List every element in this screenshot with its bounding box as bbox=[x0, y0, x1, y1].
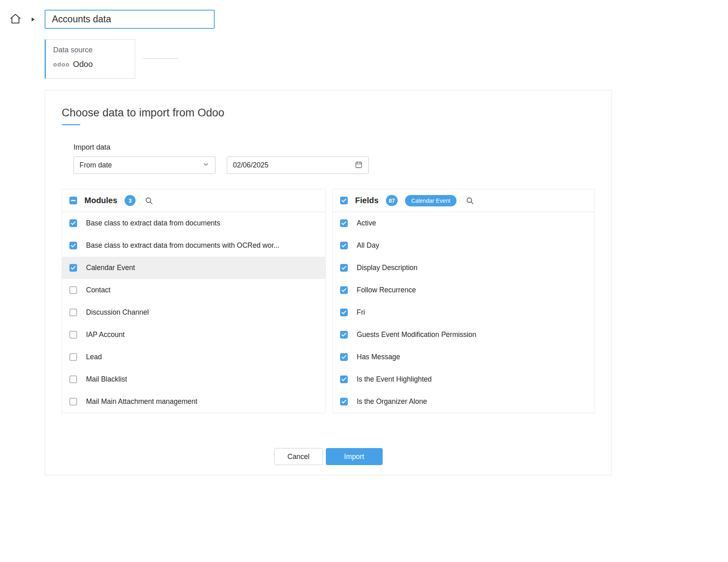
field-row-label: Follow Recurrence bbox=[357, 286, 416, 294]
field-row[interactable]: Is the Organizer Alone bbox=[333, 390, 594, 413]
field-row-label: Is the Event Highlighted bbox=[357, 375, 432, 384]
from-date-value: 02/06/2025 bbox=[233, 161, 269, 169]
search-icon bbox=[465, 196, 474, 205]
module-row-checkbox[interactable] bbox=[69, 264, 77, 272]
module-row[interactable]: Base class to extract data from document… bbox=[62, 212, 325, 234]
field-row-label: Display Description bbox=[357, 264, 418, 272]
module-row-label: Contact bbox=[86, 286, 110, 294]
module-row-label: Discussion Channel bbox=[86, 308, 149, 317]
fields-header: Fields 87 Calendar Event bbox=[333, 189, 594, 212]
field-row-checkbox[interactable] bbox=[340, 331, 348, 339]
import-data-label: Import data bbox=[73, 143, 595, 152]
field-row-label: Guests Event Modification Permission bbox=[357, 330, 476, 339]
import-panel: Choose data to import from Odoo Import d… bbox=[45, 90, 612, 475]
tab-underline-divider bbox=[143, 58, 179, 59]
modules-search-button[interactable] bbox=[144, 196, 153, 205]
field-row[interactable]: Is the Event Highlighted bbox=[333, 368, 594, 390]
module-row[interactable]: Lead bbox=[62, 346, 325, 368]
field-row[interactable]: Follow Recurrence bbox=[333, 279, 594, 301]
fields-select-all-checkbox[interactable] bbox=[340, 197, 348, 204]
fields-title: Fields bbox=[355, 196, 379, 205]
search-icon bbox=[144, 196, 153, 205]
module-row-checkbox[interactable] bbox=[69, 309, 77, 316]
fields-panel: Fields 87 Calendar Event ActiveAll DayDi… bbox=[332, 189, 595, 413]
page: Data source odoo Odoo Choose data to imp… bbox=[0, 0, 728, 562]
modules-count-badge: 3 bbox=[125, 195, 136, 206]
field-row-checkbox[interactable] bbox=[340, 309, 348, 316]
fields-search-button[interactable] bbox=[465, 196, 474, 205]
module-row-checkbox[interactable] bbox=[69, 331, 77, 339]
data-source-label: Data source bbox=[53, 46, 127, 54]
module-row[interactable]: Contact bbox=[62, 279, 325, 301]
field-row-label: Fri bbox=[357, 308, 365, 317]
home-button[interactable] bbox=[8, 12, 23, 27]
field-row-label: All Day bbox=[357, 241, 379, 250]
field-row[interactable]: Fri bbox=[333, 301, 594, 324]
import-mode-select[interactable]: From date bbox=[73, 157, 215, 174]
module-row[interactable]: Calendar Event bbox=[62, 257, 325, 279]
panel-title: Choose data to import from Odoo bbox=[62, 107, 595, 119]
import-button[interactable]: Import bbox=[326, 448, 383, 465]
modules-list: Base class to extract data from document… bbox=[62, 212, 325, 413]
field-row-checkbox[interactable] bbox=[340, 219, 348, 227]
module-row[interactable]: Base class to extract data from document… bbox=[62, 234, 325, 257]
field-row-checkbox[interactable] bbox=[340, 398, 348, 405]
odoo-logo: odoo bbox=[53, 61, 70, 68]
modules-select-all-checkbox[interactable] bbox=[69, 197, 77, 204]
field-row[interactable]: Has Message bbox=[333, 346, 594, 368]
module-row[interactable]: Mail Blacklist bbox=[62, 368, 325, 390]
modules-title: Modules bbox=[84, 196, 117, 205]
field-row-checkbox[interactable] bbox=[340, 353, 348, 361]
import-mode-value: From date bbox=[80, 161, 112, 169]
module-row-label: Base class to extract data from document… bbox=[86, 241, 280, 250]
module-row-checkbox[interactable] bbox=[69, 286, 77, 294]
module-row-label: Lead bbox=[86, 353, 102, 361]
field-row-checkbox[interactable] bbox=[340, 264, 348, 272]
module-row-checkbox[interactable] bbox=[69, 375, 77, 383]
field-row[interactable]: Active bbox=[333, 212, 594, 234]
module-row-label: Mail Blacklist bbox=[86, 375, 127, 384]
module-row-checkbox[interactable] bbox=[69, 219, 77, 227]
module-row-label: IAP Account bbox=[86, 330, 125, 339]
field-row[interactable]: Guests Event Modification Permission bbox=[333, 324, 594, 346]
module-row-checkbox[interactable] bbox=[69, 398, 77, 405]
field-row-checkbox[interactable] bbox=[340, 242, 348, 249]
field-row-label: Active bbox=[357, 219, 376, 227]
module-row-label: Calendar Event bbox=[86, 264, 135, 272]
module-row-checkbox[interactable] bbox=[69, 353, 77, 361]
title-underline bbox=[62, 124, 80, 125]
module-row[interactable]: IAP Account bbox=[62, 324, 325, 346]
data-source-name: Odoo bbox=[73, 60, 93, 69]
module-row-checkbox[interactable] bbox=[69, 242, 77, 249]
chevron-down-icon bbox=[202, 161, 209, 169]
data-source-card[interactable]: Data source odoo Odoo bbox=[45, 39, 135, 79]
breadcrumb-arrow-icon bbox=[32, 17, 34, 21]
fields-list: ActiveAll DayDisplay DescriptionFollow R… bbox=[333, 212, 594, 413]
field-row[interactable]: All Day bbox=[333, 234, 594, 257]
module-row[interactable]: Discussion Channel bbox=[62, 301, 325, 324]
calendar-icon[interactable] bbox=[355, 161, 363, 170]
modules-panel: Modules 3 Base class to extract data fro… bbox=[62, 189, 326, 413]
field-row-checkbox[interactable] bbox=[340, 286, 348, 294]
field-row-checkbox[interactable] bbox=[340, 375, 348, 383]
footer-actions: Cancel Import bbox=[62, 448, 595, 465]
field-row-label: Is the Organizer Alone bbox=[357, 397, 427, 406]
modules-header: Modules 3 bbox=[62, 189, 325, 212]
field-row[interactable]: Display Description bbox=[333, 257, 594, 279]
fields-context-pill: Calendar Event bbox=[405, 195, 457, 206]
fields-count-badge: 87 bbox=[386, 195, 398, 206]
module-row-label: Mail Main Attachment management bbox=[86, 397, 197, 406]
from-date-input[interactable]: 02/06/2025 bbox=[227, 157, 369, 174]
field-row-label: Has Message bbox=[357, 353, 400, 361]
module-row[interactable]: Mail Main Attachment management bbox=[62, 390, 325, 413]
home-icon bbox=[9, 12, 22, 27]
module-row-label: Base class to extract data from document… bbox=[86, 219, 220, 227]
cancel-button[interactable]: Cancel bbox=[274, 448, 323, 465]
report-title-input[interactable] bbox=[45, 10, 215, 29]
